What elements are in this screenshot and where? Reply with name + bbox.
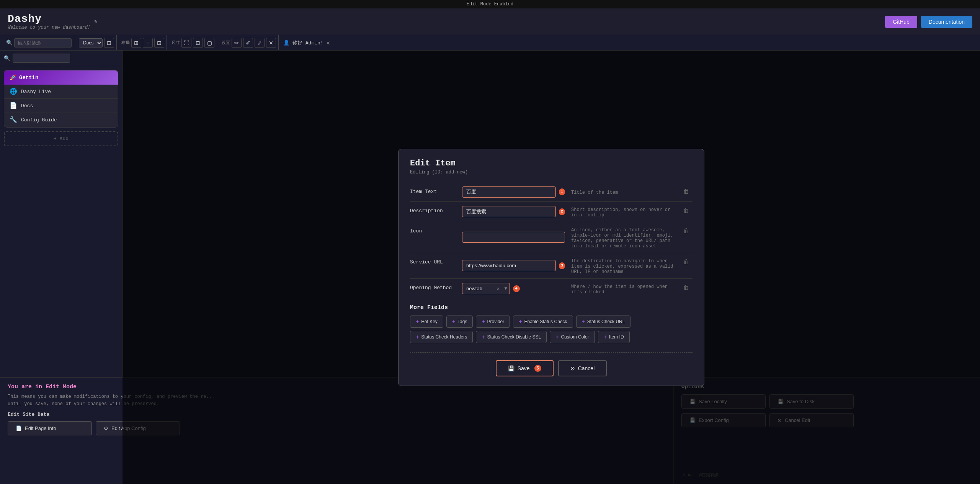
grid-view-btn[interactable]: ⊞ (131, 38, 141, 48)
status-check-headers-label: Status Check Headers (421, 334, 467, 340)
add-item-button[interactable]: + Add (4, 131, 118, 146)
docs-icon: 📄 (10, 102, 17, 110)
description-field-wrapper: 2 (462, 206, 565, 217)
edit-page-info-icon: 📄 (16, 425, 22, 431)
description-input[interactable] (462, 206, 556, 217)
toolbar-search-input[interactable] (14, 38, 72, 47)
toolbar: 🔍 Docs ⊡ 布局 ⊞ ≡ ⊡ 尺寸 ⛶ ⊡ ▢ 设置 ✏ ✐ ⤢ ✕ 👤 … (0, 35, 980, 51)
select-arrow-icon: ▼ (502, 286, 509, 291)
custom-color-plus-icon: + (555, 334, 559, 340)
edit-page-info-btn[interactable]: 📄 Edit Page Info (8, 421, 92, 435)
provider-plus-icon: + (482, 319, 485, 325)
delete-service-url-btn[interactable]: 🗑 (680, 257, 693, 267)
save-icon: 💾 (508, 365, 514, 371)
section-title: Gettin (19, 75, 38, 81)
sidebar-item-docs[interactable]: 📄 Docs (4, 99, 118, 113)
sidebar-search-input[interactable] (13, 54, 70, 63)
more-fields-title: More Fields (410, 304, 693, 311)
badge-3: 3 (559, 262, 565, 269)
edit-pencil-btn[interactable]: ✏ (232, 38, 242, 48)
expand-btn[interactable]: ⤢ (255, 38, 265, 48)
scale-down-btn[interactable]: ⊡ (193, 38, 203, 48)
sidebar-item-label-docs: Docs (21, 103, 33, 109)
item-text-input-area: 1 (462, 186, 565, 198)
opening-method-row-inner: newtab sametab modal workspace ✕ ▼ 4 (462, 283, 674, 295)
delete-icon-btn[interactable]: 🗑 (680, 226, 693, 236)
service-url-hint: The destination to navigate to when item… (571, 257, 674, 275)
copy-icon[interactable]: ⊡ (104, 38, 114, 48)
cancel-button[interactable]: ⊗ Cancel (558, 360, 607, 376)
save-button[interactable]: 💾 Save 5 (496, 360, 554, 376)
scale-up-btn[interactable]: ⛶ (181, 38, 191, 48)
edit-item-modal: Edit Item Editing (ID: add-new) Item Tex… (398, 149, 704, 386)
status-check-headers-btn[interactable]: + Status Check Headers (410, 331, 473, 343)
opening-method-hint: Where / how the item is opened when it's… (571, 283, 674, 295)
enable-status-check-btn[interactable]: + Enable Status Check (513, 316, 573, 328)
section-header: 🚀 Gettin (4, 70, 118, 85)
modal-overlay: Edit Item Editing (ID: add-new) Item Tex… (122, 51, 980, 484)
label-icon: Icon (410, 226, 456, 234)
label-service-url: Service URL (410, 257, 456, 265)
description-row-inner: 2 Short description, shown on hover or i… (462, 206, 674, 218)
tags-plus-icon: + (452, 319, 455, 325)
hot-key-btn[interactable]: + Hot Key (410, 316, 443, 328)
status-check-ssl-label: Status Check Disable SSL (487, 334, 541, 340)
status-headers-plus-icon: + (416, 334, 419, 340)
sidebar-item-label-config: Config Guide (21, 117, 57, 123)
item-text-input[interactable] (462, 186, 556, 198)
status-check-url-btn[interactable]: + Status Check URL (576, 316, 631, 328)
item-id-btn[interactable]: + Item ID (598, 331, 630, 343)
layout-label: 布局 (121, 40, 130, 46)
custom-color-btn[interactable]: + Custom Color (550, 331, 595, 343)
cancel-label: Cancel (578, 365, 595, 371)
form-row-opening-method: Opening Method newtab sametab modal work… (410, 279, 693, 299)
item-text-field-wrapper: 1 (462, 186, 565, 198)
docs-button[interactable]: Documentation (921, 16, 972, 28)
select-clear-icon[interactable]: ✕ (494, 285, 502, 292)
github-button[interactable]: GitHub (885, 16, 917, 28)
edit-icon[interactable]: ✎ (94, 18, 97, 25)
main-content: Edit Item Editing (ID: add-new) Item Tex… (122, 51, 980, 484)
edit-mode-label: Edit Mode Enabled (467, 2, 513, 7)
user-avatar: 👤 (283, 40, 289, 46)
sidebar-item-dashy-live[interactable]: 🌐 Dashy Live (4, 85, 118, 99)
list-view-btn[interactable]: ≡ (143, 38, 153, 48)
docs-select[interactable]: Docs (79, 38, 103, 47)
edit-page-info-label: Edit Page Info (25, 425, 56, 431)
item-text-row-inner: 1 Title of the item (462, 186, 674, 198)
section-card: 🚀 Gettin 🌐 Dashy Live 📄 Docs 🔧 Config Gu… (4, 70, 118, 128)
label-item-text: Item Text (410, 186, 456, 195)
more-fields-buttons: + Hot Key + Tags + Provider + Enable Sta… (410, 316, 693, 343)
edit-alt-btn[interactable]: ✐ (243, 38, 253, 48)
form-row-service-url: Service URL 3 The destination to navigat… (410, 253, 693, 279)
icon-hint: An icon, either as a font-awesome, simpl… (571, 226, 674, 249)
scale-reset-btn[interactable]: ▢ (204, 38, 214, 48)
service-url-input[interactable] (462, 260, 556, 271)
modal-actions: 💾 Save 5 ⊗ Cancel (410, 360, 693, 376)
form-row-description: Description 2 Short description, shown o… (410, 202, 693, 222)
tags-btn[interactable]: + Tags (446, 316, 473, 328)
hot-key-plus-icon: + (416, 319, 419, 325)
form-row-item-text: Item Text 1 Title of the item 🗑 (410, 183, 693, 202)
opening-method-field-wrapper: newtab sametab modal workspace ✕ ▼ 4 (462, 283, 565, 294)
opening-method-select[interactable]: newtab sametab modal workspace (462, 283, 494, 294)
provider-btn[interactable]: + Provider (476, 316, 510, 328)
header: Dashy Welcome to your new dashboard! ✎ G… (0, 8, 980, 35)
icon-input-area (462, 232, 565, 243)
close-toolbar-btn[interactable]: ✕ (266, 38, 276, 48)
service-url-field-wrapper: 3 (462, 260, 565, 271)
icon-input[interactable] (462, 232, 565, 243)
config-icon: 🔧 (10, 116, 17, 124)
user-close-btn[interactable]: ✕ (327, 39, 330, 47)
status-check-disable-ssl-btn[interactable]: + Status Check Disable SSL (476, 331, 547, 343)
sidebar-item-config[interactable]: 🔧 Config Guide (4, 113, 118, 127)
card-view-btn[interactable]: ⊡ (154, 38, 164, 48)
enable-status-plus-icon: + (519, 319, 522, 325)
delete-item-text-btn[interactable]: 🗑 (680, 186, 693, 196)
delete-description-btn[interactable]: 🗑 (680, 206, 693, 216)
delete-opening-method-btn[interactable]: 🗑 (680, 283, 693, 293)
layout-section: 布局 ⊞ ≡ ⊡ (119, 35, 167, 50)
badge-2: 2 (559, 208, 565, 215)
icon-row-inner: An icon, either as a font-awesome, simpl… (462, 226, 674, 249)
edit-app-config-icon: ⚙ (104, 425, 108, 431)
